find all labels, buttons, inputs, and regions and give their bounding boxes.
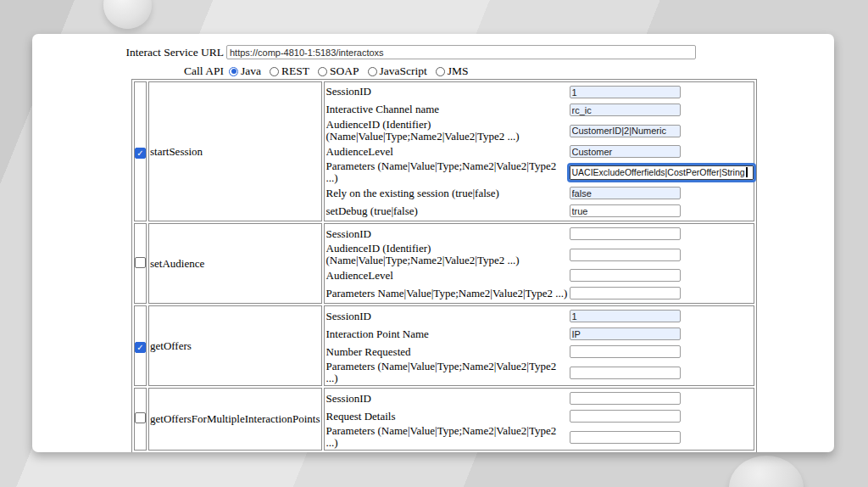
- param-label: Number Requested: [326, 346, 570, 358]
- method-name: getOffersForMultipleInteractionPoints: [148, 388, 322, 451]
- radio-option-javascript[interactable]: JavaScript: [368, 64, 427, 78]
- param-line: Parameters (Name|Value|Type;Name2|Value2…: [326, 361, 754, 384]
- param-label: AudienceID (Identifier) (Name|Value|Type…: [326, 243, 570, 266]
- param-input-focused[interactable]: UACIExcludeOfferfields|CostPerOffer|Stri…: [570, 165, 754, 180]
- radio-label: SOAP: [330, 64, 359, 78]
- method-checkbox-cell: ✓: [134, 305, 147, 386]
- param-label: Parameters Name|Value|Type;Name2|Value2|…: [326, 288, 570, 299]
- method-row: ✓startSessionSessionIDInteractive Channe…: [134, 81, 754, 221]
- param-line: Parameters (Name|Value|Type;Name2|Value2…: [326, 425, 754, 449]
- method-checkbox[interactable]: [135, 257, 146, 268]
- method-row: ✓getOffersSessionIDInteraction Point Nam…: [134, 305, 754, 386]
- radio-option-jms[interactable]: JMS: [436, 64, 469, 78]
- param-input[interactable]: [570, 287, 681, 299]
- radio-label: REST: [281, 64, 309, 78]
- radio-label: JavaScript: [380, 64, 427, 78]
- param-line: Interactive Channel name: [326, 101, 754, 119]
- method-checkbox-cell: [134, 388, 147, 451]
- param-input[interactable]: [570, 86, 681, 98]
- param-line: AudienceLevel: [326, 266, 754, 284]
- param-line: AudienceID (Identifier) (Name|Value|Type…: [326, 243, 754, 266]
- param-line: SessionID: [326, 225, 754, 243]
- param-line: Number Requested: [326, 343, 754, 361]
- param-label: Interaction Point Name: [326, 328, 570, 340]
- param-input[interactable]: [570, 367, 681, 379]
- radio-icon: [270, 67, 279, 76]
- param-line: Parameters (Name|Value|Type;Name2|Value2…: [326, 160, 754, 184]
- radio-label: JMS: [448, 64, 469, 78]
- param-input[interactable]: [570, 125, 681, 137]
- radio-label: Java: [241, 64, 261, 78]
- param-label: setDebug (true|false): [326, 205, 570, 217]
- param-input[interactable]: [570, 204, 681, 217]
- service-url-label: Interact Service URL: [32, 46, 226, 59]
- param-line: SessionID: [326, 83, 754, 101]
- param-label: SessionID: [326, 311, 570, 322]
- param-input[interactable]: [570, 431, 681, 444]
- param-label: SessionID: [326, 228, 570, 240]
- method-params-cell: SessionIDRequest DetailsParameters (Name…: [324, 388, 754, 451]
- param-label: SessionID: [326, 393, 570, 405]
- param-line: Parameters Name|Value|Type;Name2|Value2|…: [326, 284, 754, 302]
- param-input[interactable]: [570, 345, 681, 358]
- radio-option-rest[interactable]: REST: [270, 64, 309, 78]
- param-input[interactable]: [570, 227, 681, 240]
- radio-icon: [318, 67, 327, 76]
- method-params-cell: SessionIDInteractive Channel nameAudienc…: [324, 81, 754, 221]
- param-input[interactable]: [570, 249, 681, 261]
- radio-option-java[interactable]: Java: [229, 64, 261, 78]
- method-name: getOffers: [148, 305, 322, 386]
- param-input[interactable]: [570, 392, 681, 405]
- param-line: AudienceID (Identifier) (Name|Value|Type…: [326, 119, 754, 143]
- call-api-row: Call API JavaRESTSOAPJavaScriptJMS: [32, 64, 477, 78]
- text-caret-icon: [746, 167, 748, 177]
- param-line: Interaction Point Name: [326, 325, 754, 343]
- param-label: Parameters (Name|Value|Type;Name2|Value2…: [326, 425, 570, 449]
- param-input[interactable]: [570, 269, 681, 282]
- param-label: Interactive Channel name: [326, 104, 570, 115]
- param-input-text: UACIExcludeOfferfields|CostPerOffer|Stri…: [572, 167, 745, 177]
- param-input[interactable]: [570, 145, 681, 158]
- param-line: Request Details: [326, 407, 754, 425]
- method-params-cell: SessionIDAudienceID (Identifier) (Name|V…: [324, 223, 754, 304]
- sphere-bottom-decoration: [729, 456, 804, 487]
- param-line: SessionID: [326, 307, 754, 325]
- method-checkbox-cell: ✓: [134, 81, 147, 221]
- service-url-row: Interact Service URL: [32, 45, 696, 59]
- param-input[interactable]: [570, 310, 681, 322]
- param-label: Rely on the existing session (true|false…: [326, 188, 570, 199]
- param-input[interactable]: [570, 104, 681, 116]
- method-row: getOffersForMultipleInteractionPointsSes…: [134, 388, 754, 451]
- app-card: Interact Service URL Call API JavaRESTSO…: [32, 34, 834, 452]
- radio-icon: [229, 67, 238, 76]
- method-params-cell: SessionIDInteraction Point NameNumber Re…: [324, 305, 754, 386]
- param-input[interactable]: [570, 187, 681, 199]
- method-checkbox[interactable]: [135, 412, 146, 423]
- api-methods-table: ✓startSessionSessionIDInteractive Channe…: [131, 79, 757, 452]
- method-checkbox[interactable]: ✓: [135, 342, 146, 353]
- param-line: Rely on the existing session (true|false…: [326, 184, 754, 202]
- param-line: setDebug (true|false): [326, 202, 754, 220]
- param-label: Parameters (Name|Value|Type;Name2|Value2…: [326, 361, 570, 384]
- service-url-input[interactable]: [226, 45, 696, 59]
- param-label: Parameters (Name|Value|Type;Name2|Value2…: [326, 160, 570, 184]
- radio-icon: [436, 67, 445, 76]
- param-label: Request Details: [326, 411, 570, 423]
- call-api-label: Call API: [32, 64, 226, 78]
- method-checkbox[interactable]: ✓: [135, 148, 146, 159]
- param-input[interactable]: [570, 410, 681, 423]
- radio-option-soap[interactable]: SOAP: [318, 64, 359, 78]
- call-api-options: JavaRESTSOAPJavaScriptJMS: [229, 64, 477, 78]
- param-label: AudienceLevel: [326, 270, 570, 282]
- method-name: setAudience: [148, 223, 322, 304]
- radio-icon: [368, 67, 377, 76]
- method-name: startSession: [148, 81, 322, 221]
- sphere-top-decoration: [103, 0, 152, 29]
- param-line: AudienceLevel: [326, 143, 754, 160]
- method-checkbox-cell: [134, 223, 147, 304]
- method-row: setAudienceSessionIDAudienceID (Identifi…: [134, 223, 754, 304]
- param-line: SessionID: [326, 389, 754, 407]
- param-input[interactable]: [570, 327, 681, 340]
- param-label: AudienceLevel: [326, 146, 570, 158]
- param-label: AudienceID (Identifier) (Name|Value|Type…: [326, 119, 570, 143]
